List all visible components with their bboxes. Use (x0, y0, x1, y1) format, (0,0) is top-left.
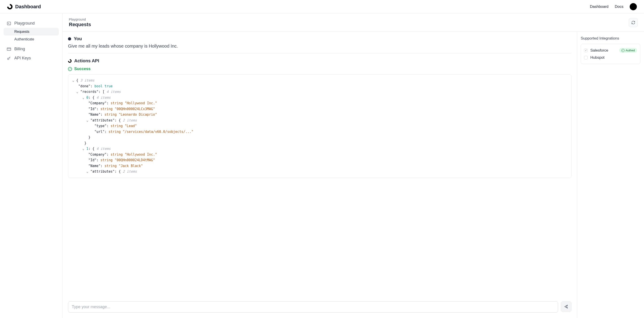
sidebar-item-label: API Keys (14, 56, 31, 60)
message-input[interactable] (68, 301, 558, 313)
sidebar: Playground Requests Authenticate Billing… (0, 13, 62, 318)
authed-badge: Authed (619, 48, 637, 53)
nav-dashboard[interactable]: Dashboard (590, 4, 608, 9)
sidebar-item-label: Authenticate (14, 37, 34, 41)
message-author: You (74, 36, 82, 41)
integration-name: Hubspot (590, 55, 604, 60)
breadcrumb: Playground (69, 17, 91, 21)
sidebar-item-label: Billing (14, 47, 25, 51)
credit-card-icon (7, 47, 11, 51)
json-caret[interactable]: ⌄ (76, 90, 80, 94)
brand-title: Dashboard (15, 4, 41, 9)
sidebar-item-label: Playground (14, 21, 35, 26)
json-caret[interactable]: ⌄ (86, 169, 90, 173)
refresh-button[interactable] (629, 18, 638, 27)
message-user: You Give me all my leads whose company i… (68, 36, 572, 53)
send-icon (564, 304, 569, 309)
json-caret[interactable]: ⌄ (82, 96, 86, 100)
topnav: Dashboard Docs (590, 3, 637, 10)
nav-docs[interactable]: Docs (615, 4, 624, 9)
sidebar-item-playground[interactable]: Playground (4, 19, 59, 28)
integration-name: Salesforce (590, 48, 608, 53)
panel-title: Supported Integrations (581, 36, 640, 41)
sidebar-item-label: Requests (14, 30, 30, 33)
sidebar-item-billing[interactable]: Billing (4, 44, 59, 54)
right-panel: Supported Integrations Salesforce Authed… (577, 32, 644, 318)
json-response: ⌄ { 3 items "done": bool true ⌄ "records… (68, 74, 572, 178)
terminal-icon (7, 21, 11, 26)
status-row: ✓ Success (68, 67, 572, 71)
status-text: Success (74, 67, 90, 71)
brand: Dashboard (7, 4, 41, 9)
user-dot-icon (68, 37, 71, 40)
chat-scroll[interactable]: You Give me all my leads whose company i… (62, 32, 577, 298)
topbar: Dashboard Dashboard Docs (0, 0, 644, 13)
sidebar-sub-requests[interactable]: Requests (4, 28, 59, 35)
svg-rect-1 (7, 48, 11, 50)
sidebar-sub-authenticate[interactable]: Authenticate (4, 35, 59, 43)
integrations-list: Salesforce Authed Hubspot (581, 44, 640, 64)
page-title: Requests (69, 22, 91, 27)
refresh-icon (631, 20, 635, 24)
key-icon (7, 56, 11, 60)
checkbox-hubspot[interactable] (584, 56, 588, 59)
user-avatar[interactable] (630, 3, 637, 10)
message-author: Actions API (74, 58, 99, 63)
integration-row-salesforce: Salesforce Authed (584, 47, 637, 54)
json-caret[interactable]: ⌄ (86, 118, 90, 122)
integration-row-hubspot: Hubspot (584, 54, 637, 61)
main-header: Playground Requests (62, 13, 644, 32)
json-caret[interactable]: ⌄ (72, 78, 76, 82)
message-api: Actions API ✓ Success ⌄ { 3 items "done"… (68, 58, 572, 178)
send-button[interactable] (561, 301, 572, 312)
brand-logo-icon (7, 4, 12, 9)
check-circle-icon: ✓ (68, 67, 72, 71)
json-caret[interactable]: ⌄ (82, 147, 86, 151)
input-bar (62, 298, 577, 318)
sidebar-item-api-keys[interactable]: API Keys (4, 54, 59, 63)
checkbox-salesforce[interactable] (584, 49, 588, 52)
api-logo-icon (68, 59, 72, 63)
svg-rect-0 (8, 22, 11, 25)
message-text: Give me all my leads whose company is Ho… (68, 43, 572, 53)
